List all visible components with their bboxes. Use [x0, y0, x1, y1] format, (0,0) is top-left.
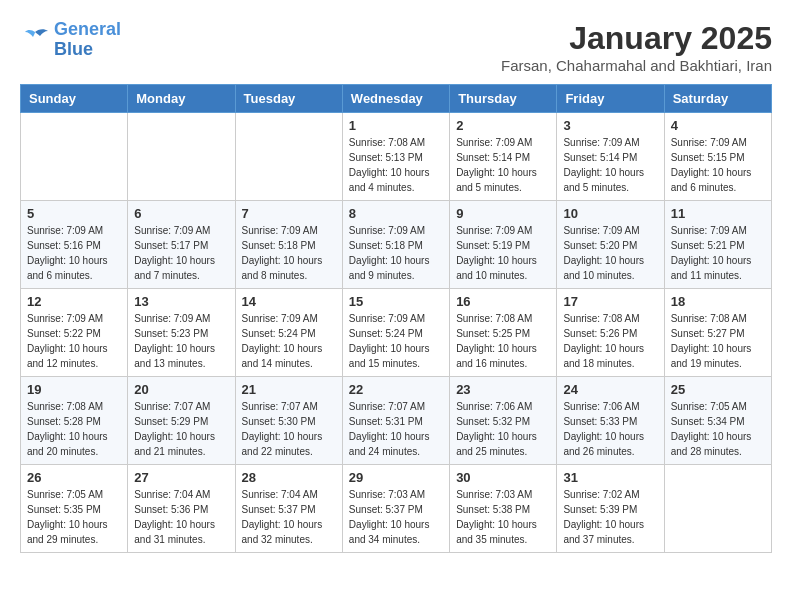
day-number: 21: [242, 382, 336, 397]
calendar-cell: 16Sunrise: 7:08 AM Sunset: 5:25 PM Dayli…: [450, 289, 557, 377]
day-info: Sunrise: 7:04 AM Sunset: 5:37 PM Dayligh…: [242, 487, 336, 547]
day-number: 13: [134, 294, 228, 309]
weekday-header-row: SundayMondayTuesdayWednesdayThursdayFrid…: [21, 85, 772, 113]
day-number: 12: [27, 294, 121, 309]
day-info: Sunrise: 7:09 AM Sunset: 5:14 PM Dayligh…: [456, 135, 550, 195]
day-info: Sunrise: 7:07 AM Sunset: 5:31 PM Dayligh…: [349, 399, 443, 459]
calendar-cell: 14Sunrise: 7:09 AM Sunset: 5:24 PM Dayli…: [235, 289, 342, 377]
calendar-cell: 25Sunrise: 7:05 AM Sunset: 5:34 PM Dayli…: [664, 377, 771, 465]
month-title: January 2025: [501, 20, 772, 57]
calendar-cell: 30Sunrise: 7:03 AM Sunset: 5:38 PM Dayli…: [450, 465, 557, 553]
logo: General Blue: [20, 20, 121, 60]
day-info: Sunrise: 7:03 AM Sunset: 5:37 PM Dayligh…: [349, 487, 443, 547]
day-number: 9: [456, 206, 550, 221]
week-row-1: 1Sunrise: 7:08 AM Sunset: 5:13 PM Daylig…: [21, 113, 772, 201]
day-info: Sunrise: 7:05 AM Sunset: 5:35 PM Dayligh…: [27, 487, 121, 547]
day-info: Sunrise: 7:09 AM Sunset: 5:18 PM Dayligh…: [349, 223, 443, 283]
calendar-cell: 24Sunrise: 7:06 AM Sunset: 5:33 PM Dayli…: [557, 377, 664, 465]
title-block: January 2025 Farsan, Chaharmahal and Bak…: [501, 20, 772, 74]
day-number: 30: [456, 470, 550, 485]
day-info: Sunrise: 7:09 AM Sunset: 5:17 PM Dayligh…: [134, 223, 228, 283]
day-info: Sunrise: 7:09 AM Sunset: 5:16 PM Dayligh…: [27, 223, 121, 283]
calendar-cell: 13Sunrise: 7:09 AM Sunset: 5:23 PM Dayli…: [128, 289, 235, 377]
calendar-table: SundayMondayTuesdayWednesdayThursdayFrid…: [20, 84, 772, 553]
calendar-cell: 12Sunrise: 7:09 AM Sunset: 5:22 PM Dayli…: [21, 289, 128, 377]
day-number: 19: [27, 382, 121, 397]
day-info: Sunrise: 7:06 AM Sunset: 5:33 PM Dayligh…: [563, 399, 657, 459]
day-number: 22: [349, 382, 443, 397]
day-info: Sunrise: 7:02 AM Sunset: 5:39 PM Dayligh…: [563, 487, 657, 547]
day-number: 14: [242, 294, 336, 309]
calendar-cell: 4Sunrise: 7:09 AM Sunset: 5:15 PM Daylig…: [664, 113, 771, 201]
day-number: 24: [563, 382, 657, 397]
calendar-cell: 26Sunrise: 7:05 AM Sunset: 5:35 PM Dayli…: [21, 465, 128, 553]
day-info: Sunrise: 7:08 AM Sunset: 5:25 PM Dayligh…: [456, 311, 550, 371]
day-info: Sunrise: 7:07 AM Sunset: 5:29 PM Dayligh…: [134, 399, 228, 459]
calendar-cell: 21Sunrise: 7:07 AM Sunset: 5:30 PM Dayli…: [235, 377, 342, 465]
calendar-cell: 28Sunrise: 7:04 AM Sunset: 5:37 PM Dayli…: [235, 465, 342, 553]
calendar-cell: 7Sunrise: 7:09 AM Sunset: 5:18 PM Daylig…: [235, 201, 342, 289]
calendar-cell: 31Sunrise: 7:02 AM Sunset: 5:39 PM Dayli…: [557, 465, 664, 553]
calendar-cell: [128, 113, 235, 201]
day-info: Sunrise: 7:09 AM Sunset: 5:19 PM Dayligh…: [456, 223, 550, 283]
calendar-cell: 27Sunrise: 7:04 AM Sunset: 5:36 PM Dayli…: [128, 465, 235, 553]
week-row-4: 19Sunrise: 7:08 AM Sunset: 5:28 PM Dayli…: [21, 377, 772, 465]
day-info: Sunrise: 7:03 AM Sunset: 5:38 PM Dayligh…: [456, 487, 550, 547]
page-header: General Blue January 2025 Farsan, Chahar…: [20, 20, 772, 74]
day-number: 7: [242, 206, 336, 221]
weekday-wednesday: Wednesday: [342, 85, 449, 113]
day-number: 26: [27, 470, 121, 485]
day-number: 10: [563, 206, 657, 221]
day-number: 8: [349, 206, 443, 221]
day-info: Sunrise: 7:09 AM Sunset: 5:21 PM Dayligh…: [671, 223, 765, 283]
weekday-monday: Monday: [128, 85, 235, 113]
day-number: 3: [563, 118, 657, 133]
day-info: Sunrise: 7:09 AM Sunset: 5:20 PM Dayligh…: [563, 223, 657, 283]
calendar-cell: 15Sunrise: 7:09 AM Sunset: 5:24 PM Dayli…: [342, 289, 449, 377]
day-info: Sunrise: 7:09 AM Sunset: 5:24 PM Dayligh…: [242, 311, 336, 371]
day-number: 4: [671, 118, 765, 133]
calendar-cell: [21, 113, 128, 201]
weekday-tuesday: Tuesday: [235, 85, 342, 113]
day-number: 27: [134, 470, 228, 485]
calendar-cell: 10Sunrise: 7:09 AM Sunset: 5:20 PM Dayli…: [557, 201, 664, 289]
calendar-cell: [664, 465, 771, 553]
day-number: 2: [456, 118, 550, 133]
day-number: 31: [563, 470, 657, 485]
day-number: 15: [349, 294, 443, 309]
day-number: 6: [134, 206, 228, 221]
day-info: Sunrise: 7:08 AM Sunset: 5:28 PM Dayligh…: [27, 399, 121, 459]
calendar-cell: [235, 113, 342, 201]
day-info: Sunrise: 7:08 AM Sunset: 5:13 PM Dayligh…: [349, 135, 443, 195]
subtitle: Farsan, Chaharmahal and Bakhtiari, Iran: [501, 57, 772, 74]
calendar-cell: 2Sunrise: 7:09 AM Sunset: 5:14 PM Daylig…: [450, 113, 557, 201]
day-info: Sunrise: 7:04 AM Sunset: 5:36 PM Dayligh…: [134, 487, 228, 547]
calendar-cell: 11Sunrise: 7:09 AM Sunset: 5:21 PM Dayli…: [664, 201, 771, 289]
day-number: 28: [242, 470, 336, 485]
day-number: 25: [671, 382, 765, 397]
calendar-cell: 22Sunrise: 7:07 AM Sunset: 5:31 PM Dayli…: [342, 377, 449, 465]
day-number: 16: [456, 294, 550, 309]
day-number: 18: [671, 294, 765, 309]
calendar-cell: 3Sunrise: 7:09 AM Sunset: 5:14 PM Daylig…: [557, 113, 664, 201]
day-number: 1: [349, 118, 443, 133]
calendar-cell: 17Sunrise: 7:08 AM Sunset: 5:26 PM Dayli…: [557, 289, 664, 377]
calendar-cell: 19Sunrise: 7:08 AM Sunset: 5:28 PM Dayli…: [21, 377, 128, 465]
calendar-cell: 29Sunrise: 7:03 AM Sunset: 5:37 PM Dayli…: [342, 465, 449, 553]
day-info: Sunrise: 7:09 AM Sunset: 5:14 PM Dayligh…: [563, 135, 657, 195]
weekday-sunday: Sunday: [21, 85, 128, 113]
day-info: Sunrise: 7:06 AM Sunset: 5:32 PM Dayligh…: [456, 399, 550, 459]
day-info: Sunrise: 7:09 AM Sunset: 5:24 PM Dayligh…: [349, 311, 443, 371]
day-number: 23: [456, 382, 550, 397]
day-info: Sunrise: 7:05 AM Sunset: 5:34 PM Dayligh…: [671, 399, 765, 459]
day-info: Sunrise: 7:08 AM Sunset: 5:27 PM Dayligh…: [671, 311, 765, 371]
week-row-2: 5Sunrise: 7:09 AM Sunset: 5:16 PM Daylig…: [21, 201, 772, 289]
calendar-cell: 6Sunrise: 7:09 AM Sunset: 5:17 PM Daylig…: [128, 201, 235, 289]
calendar-cell: 18Sunrise: 7:08 AM Sunset: 5:27 PM Dayli…: [664, 289, 771, 377]
weekday-friday: Friday: [557, 85, 664, 113]
day-info: Sunrise: 7:08 AM Sunset: 5:26 PM Dayligh…: [563, 311, 657, 371]
weekday-saturday: Saturday: [664, 85, 771, 113]
calendar-cell: 23Sunrise: 7:06 AM Sunset: 5:32 PM Dayli…: [450, 377, 557, 465]
calendar-cell: 1Sunrise: 7:08 AM Sunset: 5:13 PM Daylig…: [342, 113, 449, 201]
calendar-cell: 8Sunrise: 7:09 AM Sunset: 5:18 PM Daylig…: [342, 201, 449, 289]
